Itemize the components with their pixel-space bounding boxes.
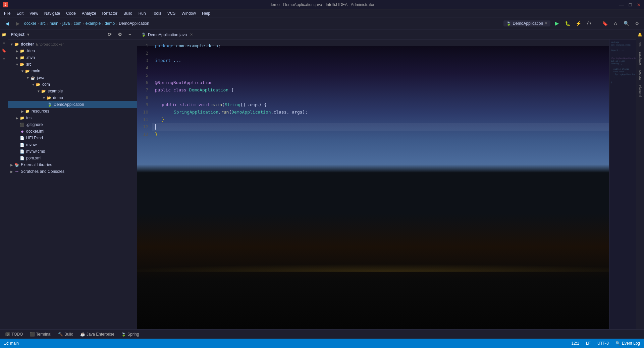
tree-item-src[interactable]: ▼ 📂 src <box>8 61 137 68</box>
vcs-changes-icon[interactable]: ± <box>0 55 8 62</box>
menu-code[interactable]: Code <box>63 10 78 16</box>
maximize-button[interactable]: □ <box>628 2 633 7</box>
project-tree[interactable]: ▼ 📂 docker E:\project\docker ▶ 📁 .idea ▶… <box>8 40 137 329</box>
tree-item-idea[interactable]: ▶ 📁 .idea <box>8 48 137 54</box>
breadcrumb-main[interactable]: main <box>50 21 58 26</box>
minimize-button[interactable]: — <box>619 2 624 7</box>
breadcrumb-example[interactable]: example <box>86 21 101 26</box>
tree-item-main[interactable]: ▼ 📂 main <box>8 68 137 74</box>
ant-panel-icon[interactable]: Ant <box>638 41 643 48</box>
bottom-tab-build[interactable]: 🔨 Build <box>55 331 76 337</box>
titlebar-controls: — □ ✕ <box>619 2 641 7</box>
menu-help[interactable]: Help <box>199 10 213 16</box>
code-line-8 <box>152 94 609 101</box>
settings-button[interactable]: ⚙ <box>633 19 641 28</box>
project-panel-header: Project ▼ ⟳ ⚙ − <box>8 29 137 40</box>
statusbar-right: 12:1 LF UTF-8 🔍 Event Log <box>570 340 641 346</box>
tree-item-mvnw-cmd[interactable]: 📄 mvnw.cmd <box>8 148 137 155</box>
menu-analyze[interactable]: Analyze <box>79 10 99 16</box>
codota-panel-icon[interactable]: Codota <box>638 69 643 81</box>
menu-run[interactable]: Run <box>136 10 149 16</box>
main-layout: 📁 ≡ 🔖 ± Project ▼ ⟳ ⚙ − ▼ 📂 docker E:\pr… <box>0 29 644 329</box>
menu-window[interactable]: Window <box>179 10 199 16</box>
bookmarks-panel-icon[interactable]: 🔖 <box>0 47 8 54</box>
code-line-10: SpringApplication.run(DemoApplication.cl… <box>152 109 609 116</box>
project-config-button[interactable]: ⚙ <box>115 30 124 39</box>
structure-icon[interactable]: ≡ <box>0 39 8 46</box>
plantuml-panel-icon[interactable]: Plantuml <box>638 84 643 98</box>
menu-refactor[interactable]: Refactor <box>100 10 120 16</box>
project-minus-button[interactable]: − <box>125 30 134 39</box>
titlebar-title: demo - DemoApplication.java - IntelliJ I… <box>270 2 375 7</box>
menu-file[interactable]: File <box>1 10 13 16</box>
bottom-tool-tabs: 6 TODO ⬛ Terminal 🔨 Build ☕ Java Enterpr… <box>0 329 644 339</box>
code-content[interactable]: package com.example.demo; import ... @Sp… <box>152 40 609 329</box>
project-panel: Project ▼ ⟳ ⚙ − ▼ 📂 docker E:\project\do… <box>8 29 137 329</box>
bottom-tab-build-label: Build <box>64 332 73 337</box>
tree-item-resources[interactable]: ▶ 📁 resources <box>8 108 137 115</box>
git-branch-status[interactable]: ⎇ main <box>3 340 20 346</box>
code-line-12[interactable] <box>152 123 609 131</box>
tree-item-mvn[interactable]: ▶ 📁 .mvn <box>8 54 137 61</box>
breadcrumb-demoapplication[interactable]: DemoApplication <box>119 21 149 26</box>
tree-item-gitignore[interactable]: ⬛ .gitignore <box>8 121 137 128</box>
forward-button[interactable]: ▶ <box>13 19 22 28</box>
tree-item-mvnw[interactable]: 📄 mvnw <box>8 141 137 148</box>
breadcrumb-demo[interactable]: demo <box>105 21 115 26</box>
menu-navigate[interactable]: Navigate <box>42 10 63 16</box>
tree-item-scratches[interactable]: ▶ ✏ Scratches and Consoles <box>8 168 137 175</box>
bookmarks-button[interactable]: 🔖 <box>600 19 609 28</box>
project-tool-icon[interactable]: 📁 <box>0 31 8 38</box>
event-log-label: Event Log <box>622 341 640 346</box>
code-editor[interactable]: 1 2 3 4 5 6 7 8 9 10 11 12 13 package co… <box>137 40 636 329</box>
line-separator-status[interactable]: LF <box>585 340 592 346</box>
terminal-icon: ⬛ <box>30 332 35 337</box>
project-panel-title: Project <box>11 32 24 37</box>
menu-edit[interactable]: Edit <box>14 10 26 16</box>
tree-item-example[interactable]: ▼ 📂 example <box>8 88 137 94</box>
bottom-tab-java-enterprise[interactable]: ☕ Java Enterprise <box>77 331 117 337</box>
cursor-position-status[interactable]: 12:1 <box>570 340 581 346</box>
spring-icon: 🍃 <box>121 332 126 337</box>
profile-button[interactable]: ⏱ <box>585 19 593 28</box>
tree-item-com[interactable]: ▼ 📂 com <box>8 81 137 88</box>
translate-button[interactable]: A <box>611 19 620 28</box>
breadcrumb-src[interactable]: src <box>40 21 46 26</box>
tab-close-button[interactable]: ✕ <box>189 32 194 37</box>
bottom-tab-spring[interactable]: 🍃 Spring <box>118 331 142 337</box>
database-panel-icon[interactable]: Database <box>638 51 643 66</box>
bottom-tab-todo[interactable]: 6 TODO <box>3 331 26 337</box>
back-button[interactable]: ◀ <box>3 19 11 28</box>
close-button[interactable]: ✕ <box>637 2 641 7</box>
breadcrumb-java[interactable]: java <box>62 21 70 26</box>
minimap: package com.example.demo; import ...; @S… <box>609 40 636 329</box>
tree-item-docker[interactable]: ▼ 📂 docker E:\project\docker <box>8 41 137 48</box>
debug-button[interactable]: 🐛 <box>563 19 572 28</box>
coverage-button[interactable]: ⚡ <box>574 19 583 28</box>
breadcrumb-com[interactable]: com <box>74 21 82 26</box>
tree-item-external-libraries[interactable]: ▶ 📚 External Libraries <box>8 161 137 168</box>
menu-vcs[interactable]: VCS <box>165 10 178 16</box>
notifications-panel-icon[interactable]: 🔔 <box>637 31 643 38</box>
run-configuration[interactable]: 🍃 DemoApplication ▼ <box>503 20 550 26</box>
run-button[interactable]: ▶ <box>552 19 561 28</box>
project-sync-button[interactable]: ⟳ <box>105 30 114 39</box>
java-enterprise-icon: ☕ <box>80 332 85 337</box>
breadcrumb-docker[interactable]: docker <box>24 21 36 26</box>
encoding-status[interactable]: UTF-8 <box>596 340 610 346</box>
tree-item-pom-xml[interactable]: 📄 pom.xml <box>8 155 137 161</box>
tree-item-docker-iml[interactable]: ◆ docker.iml <box>8 128 137 135</box>
tab-demoapplication[interactable]: 🍃 DemoApplication.java ✕ <box>137 30 198 39</box>
search-everywhere-button[interactable]: 🔍 <box>622 19 631 28</box>
bottom-tab-terminal[interactable]: ⬛ Terminal <box>27 331 54 337</box>
tree-item-help-md[interactable]: 📄 HELP.md <box>8 135 137 141</box>
event-log-status[interactable]: 🔍 Event Log <box>614 340 641 346</box>
tree-item-java[interactable]: ▼ ☕ java <box>8 74 137 81</box>
tree-item-demo[interactable]: ▼ 📂 demo <box>8 94 137 101</box>
menu-tools[interactable]: Tools <box>149 10 164 16</box>
menu-view[interactable]: View <box>27 10 41 16</box>
tree-item-demoapplication[interactable]: 🍃 DemoApplication <box>8 101 137 108</box>
menu-build[interactable]: Build <box>121 10 135 16</box>
tree-item-test[interactable]: ▶ 📁 test <box>8 115 137 121</box>
run-config-label: DemoApplication <box>513 21 543 26</box>
